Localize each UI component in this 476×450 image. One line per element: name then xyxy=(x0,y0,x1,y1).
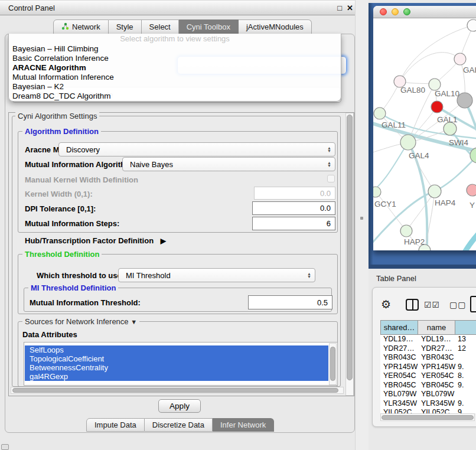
mi-type-combobox[interactable]: Naive Bayes ▲▼ xyxy=(122,157,335,171)
tab-network[interactable]: Network xyxy=(53,19,109,34)
network-node[interactable] xyxy=(467,19,476,31)
tab-label: Select xyxy=(149,22,171,31)
select-all-rows-icon[interactable]: ☑☑ xyxy=(424,300,440,309)
table-cell: YPR145W xyxy=(421,363,455,372)
apply-button[interactable]: Apply xyxy=(158,399,201,413)
network-node[interactable] xyxy=(400,135,416,150)
table-row[interactable]: YLR345WYLR345W9. xyxy=(380,399,476,409)
table-cell: YBL079W xyxy=(421,390,454,399)
table-row[interactable]: YBR043CYBR043C xyxy=(380,353,476,363)
panel-resize-handle[interactable] xyxy=(360,217,363,220)
tab-style[interactable]: Style xyxy=(109,19,142,34)
table-cell: 9 xyxy=(458,408,462,413)
mi-steps-field[interactable]: 6 xyxy=(252,217,335,230)
kernel-width-field[interactable]: 0.0 xyxy=(254,187,335,200)
network-node[interactable] xyxy=(428,185,441,198)
cyni-settings-title: Cyni Algorithm Settings xyxy=(15,112,99,120)
network-node[interactable] xyxy=(374,107,386,119)
table-row[interactable]: YIL052CYIL052C9 xyxy=(380,408,476,413)
network-canvas[interactable]: GALGAL80GAL10GAL1GAL11SWI4GAL4GCY1HAP4YH… xyxy=(373,18,476,250)
which-threshold-combobox[interactable]: MI Threshold ▲▼ xyxy=(118,268,315,282)
expand-right-icon[interactable]: ▶ xyxy=(161,237,166,245)
table-cell: YDR27… xyxy=(383,344,415,354)
network-window: GALGAL80GAL10GAL1GAL11SWI4GAL4GCY1HAP4YH… xyxy=(373,6,476,250)
table-cell: YBR043C xyxy=(421,353,454,363)
column-header-shared-name[interactable]: shared… xyxy=(380,320,418,335)
table-row[interactable]: YDR27…YDR27…12 xyxy=(380,344,476,354)
algorithm-option-aracne-algorithm[interactable]: ARACNE Algorithm xyxy=(9,63,341,73)
bottom-tabbar: Impute DataDiscretize DataInfer Network xyxy=(86,418,274,432)
network-edge[interactable] xyxy=(462,226,476,250)
algorithm-option-dream8-dc-tdc-algorithm[interactable]: Dream8 DC_TDC Algorithm xyxy=(9,92,341,101)
settings-hscrollbar-thumb[interactable] xyxy=(12,388,338,393)
tab-label: Infer Network xyxy=(220,420,266,429)
network-node[interactable] xyxy=(454,53,466,65)
deselect-all-rows-icon[interactable]: ▢▢ xyxy=(449,300,466,309)
list-scrollbar[interactable] xyxy=(329,343,337,385)
table-cell: YIL052C xyxy=(421,408,450,413)
algorithm-option-bayesian-hill-climbing[interactable]: Bayesian – Hill Climbing xyxy=(9,44,341,54)
bottom-tab-discretize-data[interactable]: Discretize Data xyxy=(145,418,213,432)
which-threshold-label: Which threshold to use: xyxy=(37,271,124,280)
split-panel-icon[interactable] xyxy=(406,299,419,311)
table-panel: ⚙ ☑☑ ▢▢ shared… name YDL19…YDL19…13YDR27… xyxy=(372,287,476,427)
zoom-window-icon[interactable] xyxy=(403,8,410,15)
column-header-name[interactable]: name xyxy=(418,320,455,335)
settings-vscrollbar-thumb[interactable] xyxy=(347,115,353,380)
table-hscrollbar-thumb[interactable] xyxy=(382,415,474,420)
network-node[interactable] xyxy=(429,79,441,90)
table-cell: 8. xyxy=(458,371,464,381)
minimized-panel-icon[interactable] xyxy=(1,444,9,450)
tab-select[interactable]: Select xyxy=(142,19,179,34)
settings-vscrollbar[interactable] xyxy=(345,113,354,396)
attribute-item-betweennesscentrality[interactable]: BetweennessCentrality xyxy=(25,363,328,372)
node-label: GAL11 xyxy=(382,120,406,129)
attribute-item-gal4rgexp[interactable]: gal4RGexp xyxy=(25,372,328,381)
network-node[interactable] xyxy=(467,184,476,196)
bottom-tab-infer-network[interactable]: Infer Network xyxy=(213,418,274,432)
manual-kernel-checkbox[interactable] xyxy=(327,175,335,182)
collapse-down-icon[interactable]: ▼ xyxy=(131,318,137,325)
table-row[interactable]: YPR145WYPR145W9. xyxy=(380,363,476,372)
column-header-partial[interactable] xyxy=(455,320,476,335)
list-scrollbar-thumb[interactable] xyxy=(330,347,335,381)
tab-cyni-toolbox[interactable]: Cyni Toolbox xyxy=(179,19,239,34)
algorithm-option-basic-correlation-inference[interactable]: Basic Correlation Inference xyxy=(9,54,341,63)
dpi-tolerance-field[interactable]: 0.0 xyxy=(252,201,335,215)
table-settings-gear-icon[interactable]: ⚙ xyxy=(381,298,391,311)
table-hscrollbar[interactable] xyxy=(380,413,475,421)
network-window-titlebar xyxy=(373,6,476,18)
panel-divider xyxy=(355,0,369,450)
aracne-mode-combobox[interactable]: Discovery ▲▼ xyxy=(58,142,335,156)
attribute-item-selfloops[interactable]: SelfLoops xyxy=(25,345,328,354)
attribute-item-topologicalcoefficient[interactable]: TopologicalCoefficient xyxy=(25,354,328,363)
export-table-icon[interactable] xyxy=(470,296,476,312)
table-cell: 12 xyxy=(458,344,466,354)
network-node[interactable] xyxy=(431,101,443,113)
minimize-window-icon[interactable] xyxy=(392,8,399,15)
mi-threshold-field[interactable]: 0.5 xyxy=(248,295,332,309)
float-panel-icon[interactable]: □ xyxy=(337,4,342,12)
algorithm-option-mutual-information-inference[interactable]: Mutual Information Inference xyxy=(9,73,341,82)
network-node[interactable] xyxy=(444,122,457,135)
network-edge[interactable] xyxy=(400,53,460,81)
table-row[interactable]: YER054CYER054C8. xyxy=(380,371,476,381)
bottom-tab-impute-data[interactable]: Impute Data xyxy=(86,418,145,432)
tab-jactivemnodules[interactable]: jActiveMNodules xyxy=(239,19,312,34)
network-icon xyxy=(61,22,69,32)
network-node[interactable] xyxy=(400,225,412,237)
tab-label: jActiveMNodules xyxy=(246,22,304,31)
network-node[interactable] xyxy=(373,187,381,197)
node-label: GAL80 xyxy=(400,86,425,94)
data-attributes-list[interactable]: SelfLoopsTopologicalCoefficientBetweenne… xyxy=(24,342,338,386)
close-panel-icon[interactable]: ✕ xyxy=(347,4,353,12)
settings-hscrollbar[interactable] xyxy=(11,387,344,394)
close-window-icon[interactable] xyxy=(380,8,387,15)
hub-definition-toggle[interactable]: Hub/Transcription Factor Definition ▶ xyxy=(25,236,166,245)
table-row[interactable]: YBL079WYBL079W xyxy=(380,390,476,399)
manual-kernel-label: Manual Kernel Width Definition xyxy=(25,175,138,184)
algorithm-option-bayesian-k2[interactable]: Bayesian – K2 xyxy=(9,82,341,92)
table-row[interactable]: YBR045CYBR045C9. xyxy=(380,381,476,390)
node-label: Y xyxy=(470,201,475,210)
table-row[interactable]: YDL19…YDL19…13 xyxy=(380,335,476,344)
